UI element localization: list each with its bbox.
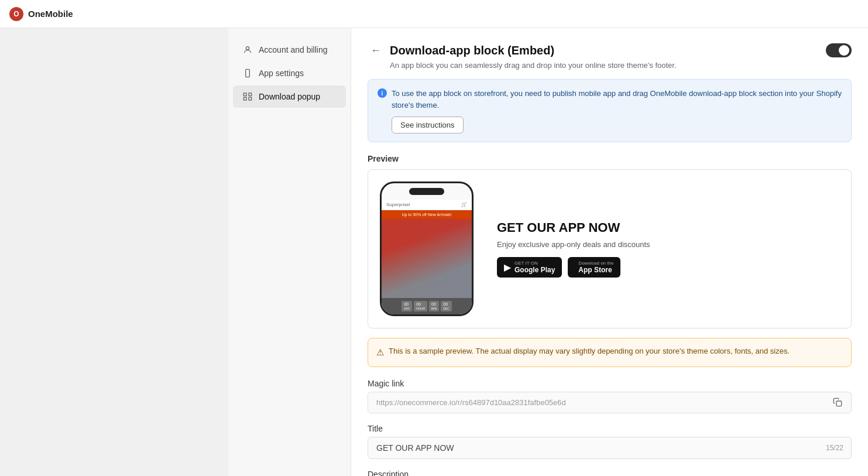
app-store-sub: Download on the bbox=[578, 261, 613, 266]
phone-screen: Superprisel 🛒 Up to 50% off New Arrivals… bbox=[382, 183, 472, 314]
phone-navbar: Superprisel 🛒 bbox=[382, 200, 472, 210]
page-header: ← Download-app block (Embed) bbox=[368, 42, 852, 59]
left-gray-area bbox=[0, 28, 228, 476]
countdown-minute: 00MIN bbox=[429, 301, 439, 311]
page-header-left: ← Download-app block (Embed) bbox=[368, 42, 554, 59]
svg-rect-2 bbox=[243, 93, 246, 96]
app-promo-title: GET OUR APP NOW bbox=[497, 220, 839, 235]
app-name: OneMobile bbox=[28, 9, 73, 19]
app-logo: O OneMobile bbox=[9, 7, 73, 21]
app-store-badge[interactable]: Download on the App Store bbox=[568, 257, 620, 278]
app-promo: GET OUR APP NOW Enjoy exclusive app-only… bbox=[497, 220, 839, 278]
google-play-sub: GET IT ON bbox=[514, 261, 555, 266]
warning-icon: ⚠ bbox=[376, 346, 384, 359]
description-field-group: Description 44/50 bbox=[368, 470, 852, 477]
sidebar-item-account-billing-label: Account and billing bbox=[259, 45, 328, 54]
copy-button[interactable] bbox=[829, 394, 846, 410]
sidebar-item-account-billing[interactable]: Account and billing bbox=[233, 39, 346, 61]
title-field-label: Title bbox=[368, 424, 852, 433]
title-input[interactable] bbox=[368, 437, 852, 459]
info-banner: i To use the app block on storefront, yo… bbox=[368, 79, 852, 142]
google-play-badge[interactable]: ▶ GET IT ON Google Play bbox=[497, 257, 562, 278]
phone-cart-icon: 🛒 bbox=[461, 202, 467, 207]
app-store-name: App Store bbox=[578, 266, 613, 274]
warning-banner: ⚠ This is a sample preview. The actual d… bbox=[368, 338, 852, 367]
phone-image-placeholder bbox=[382, 219, 472, 298]
svg-point-0 bbox=[246, 47, 249, 50]
countdown-hour: 00HOUR bbox=[414, 301, 427, 311]
preview-box: Superprisel 🛒 Up to 50% off New Arrivals… bbox=[368, 169, 852, 328]
svg-rect-4 bbox=[243, 97, 246, 100]
phone-countdown: 00DAY 00HOUR 00MIN 00SEC bbox=[382, 298, 472, 314]
countdown-second: 00SEC bbox=[441, 301, 451, 311]
phone-navbar-text: Superprisel bbox=[386, 202, 410, 207]
phone-mockup: Superprisel 🛒 Up to 50% off New Arrivals… bbox=[380, 182, 474, 316]
toggle-switch[interactable] bbox=[826, 43, 852, 57]
preview-label: Preview bbox=[368, 154, 852, 163]
store-badges: ▶ GET IT ON Google Play Download on the … bbox=[497, 257, 839, 278]
title-input-wrap: 15/22 bbox=[368, 437, 852, 459]
sidebar-item-app-settings[interactable]: App settings bbox=[233, 62, 346, 84]
description-field-label: Description bbox=[368, 470, 852, 477]
main-layout: Account and billing App settings Downloa… bbox=[0, 28, 868, 476]
phone-notch bbox=[409, 188, 444, 195]
svg-rect-5 bbox=[249, 97, 252, 100]
countdown-day: 00DAY bbox=[402, 301, 412, 311]
page-subtitle: An app block you can seamlessly drag and… bbox=[390, 61, 852, 70]
title-field-group: Title 15/22 bbox=[368, 424, 852, 459]
top-bar: O OneMobile bbox=[0, 0, 868, 28]
grid-icon bbox=[242, 91, 253, 102]
phone-banner: Up to 50% off New Arrivals! bbox=[382, 210, 472, 219]
sidebar-item-download-popup[interactable]: Download popup bbox=[233, 85, 346, 108]
app-store-text: Download on the App Store bbox=[578, 261, 613, 274]
sidebar: Account and billing App settings Downloa… bbox=[228, 28, 351, 476]
magic-link-label: Magic link bbox=[368, 379, 852, 388]
sidebar-item-download-popup-label: Download popup bbox=[259, 92, 320, 101]
page-title: Download-app block (Embed) bbox=[390, 44, 554, 57]
content-area: ← Download-app block (Embed) An app bloc… bbox=[351, 28, 868, 476]
see-instructions-button[interactable]: See instructions bbox=[392, 117, 464, 133]
google-play-text: GET IT ON Google Play bbox=[514, 261, 555, 274]
phone-image-area bbox=[382, 219, 472, 298]
warning-text: This is a sample preview. The actual dis… bbox=[389, 345, 790, 357]
google-play-name: Google Play bbox=[514, 266, 555, 274]
google-play-icon: ▶ bbox=[504, 262, 511, 273]
logo-icon: O bbox=[9, 7, 23, 21]
phone-banner-text: Up to 50% off New Arrivals! bbox=[402, 213, 451, 217]
magic-link-input-wrap bbox=[368, 392, 852, 413]
phone-icon bbox=[242, 68, 253, 78]
magic-link-input[interactable] bbox=[368, 392, 852, 413]
magic-link-group: Magic link bbox=[368, 379, 852, 413]
svg-rect-6 bbox=[836, 401, 842, 406]
svg-rect-3 bbox=[249, 93, 252, 96]
info-banner-text: i To use the app block on storefront, yo… bbox=[378, 88, 842, 111]
info-banner-message: To use the app block on storefront, you … bbox=[392, 88, 842, 111]
back-button[interactable]: ← bbox=[368, 42, 384, 59]
info-icon: i bbox=[378, 88, 387, 98]
title-counter: 15/22 bbox=[826, 444, 843, 452]
sidebar-item-app-settings-label: App settings bbox=[259, 69, 304, 78]
user-icon bbox=[242, 44, 253, 55]
app-promo-desc: Enjoy exclusive app-only deals and disco… bbox=[497, 240, 839, 249]
svg-rect-1 bbox=[246, 69, 250, 77]
